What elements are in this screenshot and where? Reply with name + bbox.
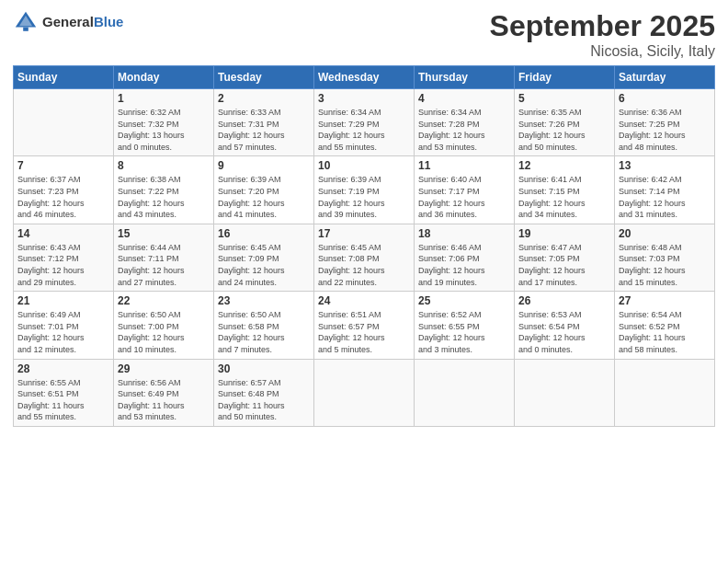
day-info: Sunrise: 6:57 AM Sunset: 6:48 PM Dayligh… bbox=[218, 377, 310, 423]
day-info: Sunrise: 6:32 AM Sunset: 7:32 PM Dayligh… bbox=[118, 107, 210, 153]
day-cell: 14Sunrise: 6:43 AM Sunset: 7:12 PM Dayli… bbox=[14, 224, 114, 291]
logo-general: General bbox=[42, 14, 94, 29]
day-cell: 6Sunrise: 6:36 AM Sunset: 7:25 PM Daylig… bbox=[615, 89, 715, 156]
day-cell: 26Sunrise: 6:53 AM Sunset: 6:54 PM Dayli… bbox=[515, 292, 615, 359]
day-number: 29 bbox=[118, 362, 210, 375]
day-info: Sunrise: 6:51 AM Sunset: 6:57 PM Dayligh… bbox=[318, 309, 410, 355]
day-info: Sunrise: 6:45 AM Sunset: 7:08 PM Dayligh… bbox=[318, 242, 410, 288]
day-cell: 11Sunrise: 6:40 AM Sunset: 7:17 PM Dayli… bbox=[415, 156, 515, 224]
day-cell bbox=[515, 359, 615, 426]
day-info: Sunrise: 6:40 AM Sunset: 7:17 PM Dayligh… bbox=[418, 174, 510, 220]
day-info: Sunrise: 6:39 AM Sunset: 7:20 PM Dayligh… bbox=[218, 174, 310, 220]
logo-blue: Blue bbox=[94, 14, 124, 29]
day-info: Sunrise: 6:33 AM Sunset: 7:31 PM Dayligh… bbox=[218, 107, 310, 153]
day-info: Sunrise: 6:44 AM Sunset: 7:11 PM Dayligh… bbox=[118, 242, 210, 288]
day-number: 1 bbox=[118, 92, 210, 105]
day-number: 10 bbox=[318, 159, 410, 172]
day-cell: 9Sunrise: 6:39 AM Sunset: 7:20 PM Daylig… bbox=[214, 156, 314, 224]
day-info: Sunrise: 6:34 AM Sunset: 7:29 PM Dayligh… bbox=[318, 107, 410, 153]
day-cell: 12Sunrise: 6:41 AM Sunset: 7:15 PM Dayli… bbox=[515, 156, 615, 224]
day-cell: 18Sunrise: 6:46 AM Sunset: 7:06 PM Dayli… bbox=[415, 224, 515, 291]
logo: GeneralBlue bbox=[13, 9, 123, 35]
location-title: Nicosia, Sicily, Italy bbox=[490, 43, 715, 60]
day-number: 5 bbox=[518, 92, 610, 105]
day-cell: 3Sunrise: 6:34 AM Sunset: 7:29 PM Daylig… bbox=[314, 89, 415, 156]
day-cell: 27Sunrise: 6:54 AM Sunset: 6:52 PM Dayli… bbox=[615, 292, 715, 359]
day-number: 24 bbox=[318, 294, 410, 307]
day-cell: 7Sunrise: 6:37 AM Sunset: 7:23 PM Daylig… bbox=[14, 156, 114, 224]
month-title: September 2025 bbox=[490, 9, 715, 43]
day-cell: 5Sunrise: 6:35 AM Sunset: 7:26 PM Daylig… bbox=[515, 89, 615, 156]
day-cell: 4Sunrise: 6:34 AM Sunset: 7:28 PM Daylig… bbox=[415, 89, 515, 156]
day-info: Sunrise: 6:56 AM Sunset: 6:49 PM Dayligh… bbox=[118, 377, 210, 423]
day-info: Sunrise: 6:45 AM Sunset: 7:09 PM Dayligh… bbox=[218, 242, 310, 288]
day-cell bbox=[615, 359, 715, 426]
col-sunday: Sunday bbox=[14, 66, 114, 89]
day-number: 12 bbox=[518, 159, 610, 172]
day-info: Sunrise: 6:42 AM Sunset: 7:14 PM Dayligh… bbox=[619, 174, 711, 220]
week-row-2: 7Sunrise: 6:37 AM Sunset: 7:23 PM Daylig… bbox=[14, 156, 715, 224]
day-number: 15 bbox=[118, 227, 210, 240]
day-info: Sunrise: 6:35 AM Sunset: 7:26 PM Dayligh… bbox=[518, 107, 610, 153]
day-cell: 29Sunrise: 6:56 AM Sunset: 6:49 PM Dayli… bbox=[114, 359, 214, 426]
day-info: Sunrise: 6:53 AM Sunset: 6:54 PM Dayligh… bbox=[518, 309, 610, 355]
col-friday: Friday bbox=[515, 66, 615, 89]
day-number: 8 bbox=[118, 159, 210, 172]
week-row-4: 21Sunrise: 6:49 AM Sunset: 7:01 PM Dayli… bbox=[14, 292, 715, 359]
col-saturday: Saturday bbox=[615, 66, 715, 89]
day-cell: 1Sunrise: 6:32 AM Sunset: 7:32 PM Daylig… bbox=[114, 89, 214, 156]
day-cell: 19Sunrise: 6:47 AM Sunset: 7:05 PM Dayli… bbox=[515, 224, 615, 291]
day-info: Sunrise: 6:47 AM Sunset: 7:05 PM Dayligh… bbox=[518, 242, 610, 288]
day-cell: 23Sunrise: 6:50 AM Sunset: 6:58 PM Dayli… bbox=[214, 292, 314, 359]
day-number: 30 bbox=[218, 362, 310, 375]
week-row-5: 28Sunrise: 6:55 AM Sunset: 6:51 PM Dayli… bbox=[14, 359, 715, 426]
page-container: GeneralBlue September 2025 Nicosia, Sici… bbox=[0, 0, 728, 436]
day-cell: 15Sunrise: 6:44 AM Sunset: 7:11 PM Dayli… bbox=[114, 224, 214, 291]
day-cell: 24Sunrise: 6:51 AM Sunset: 6:57 PM Dayli… bbox=[314, 292, 415, 359]
day-number: 25 bbox=[418, 294, 510, 307]
day-number: 6 bbox=[619, 92, 711, 105]
col-tuesday: Tuesday bbox=[214, 66, 314, 89]
day-number: 13 bbox=[619, 159, 711, 172]
day-cell: 2Sunrise: 6:33 AM Sunset: 7:31 PM Daylig… bbox=[214, 89, 314, 156]
week-row-1: 1Sunrise: 6:32 AM Sunset: 7:32 PM Daylig… bbox=[14, 89, 715, 156]
day-info: Sunrise: 6:50 AM Sunset: 6:58 PM Dayligh… bbox=[218, 309, 310, 355]
day-number: 28 bbox=[17, 362, 109, 375]
day-cell: 8Sunrise: 6:38 AM Sunset: 7:22 PM Daylig… bbox=[114, 156, 214, 224]
day-info: Sunrise: 6:37 AM Sunset: 7:23 PM Dayligh… bbox=[17, 174, 109, 220]
day-info: Sunrise: 6:48 AM Sunset: 7:03 PM Dayligh… bbox=[619, 242, 711, 288]
day-info: Sunrise: 6:38 AM Sunset: 7:22 PM Dayligh… bbox=[118, 174, 210, 220]
day-number: 3 bbox=[318, 92, 410, 105]
day-number: 7 bbox=[17, 159, 109, 172]
day-number: 27 bbox=[619, 294, 711, 307]
day-cell: 30Sunrise: 6:57 AM Sunset: 6:48 PM Dayli… bbox=[214, 359, 314, 426]
day-cell: 28Sunrise: 6:55 AM Sunset: 6:51 PM Dayli… bbox=[14, 359, 114, 426]
logo-icon bbox=[13, 9, 39, 35]
day-cell: 20Sunrise: 6:48 AM Sunset: 7:03 PM Dayli… bbox=[615, 224, 715, 291]
day-cell: 22Sunrise: 6:50 AM Sunset: 7:00 PM Dayli… bbox=[114, 292, 214, 359]
day-info: Sunrise: 6:36 AM Sunset: 7:25 PM Dayligh… bbox=[619, 107, 711, 153]
logo-text: GeneralBlue bbox=[42, 15, 123, 30]
day-number: 11 bbox=[418, 159, 510, 172]
day-info: Sunrise: 6:34 AM Sunset: 7:28 PM Dayligh… bbox=[418, 107, 510, 153]
day-number: 2 bbox=[218, 92, 310, 105]
title-block: September 2025 Nicosia, Sicily, Italy bbox=[490, 9, 715, 60]
day-number: 19 bbox=[518, 227, 610, 240]
day-number: 18 bbox=[418, 227, 510, 240]
day-number: 20 bbox=[619, 227, 711, 240]
day-number: 4 bbox=[418, 92, 510, 105]
day-number: 17 bbox=[318, 227, 410, 240]
day-number: 22 bbox=[118, 294, 210, 307]
day-number: 23 bbox=[218, 294, 310, 307]
day-number: 26 bbox=[518, 294, 610, 307]
day-number: 21 bbox=[17, 294, 109, 307]
day-info: Sunrise: 6:41 AM Sunset: 7:15 PM Dayligh… bbox=[518, 174, 610, 220]
svg-rect-2 bbox=[23, 28, 28, 31]
day-cell bbox=[14, 89, 114, 156]
header-row: Sunday Monday Tuesday Wednesday Thursday… bbox=[14, 66, 715, 89]
day-info: Sunrise: 6:50 AM Sunset: 7:00 PM Dayligh… bbox=[118, 309, 210, 355]
calendar-table: Sunday Monday Tuesday Wednesday Thursday… bbox=[13, 65, 715, 427]
day-cell bbox=[314, 359, 415, 426]
day-cell: 10Sunrise: 6:39 AM Sunset: 7:19 PM Dayli… bbox=[314, 156, 415, 224]
day-info: Sunrise: 6:55 AM Sunset: 6:51 PM Dayligh… bbox=[17, 377, 109, 423]
